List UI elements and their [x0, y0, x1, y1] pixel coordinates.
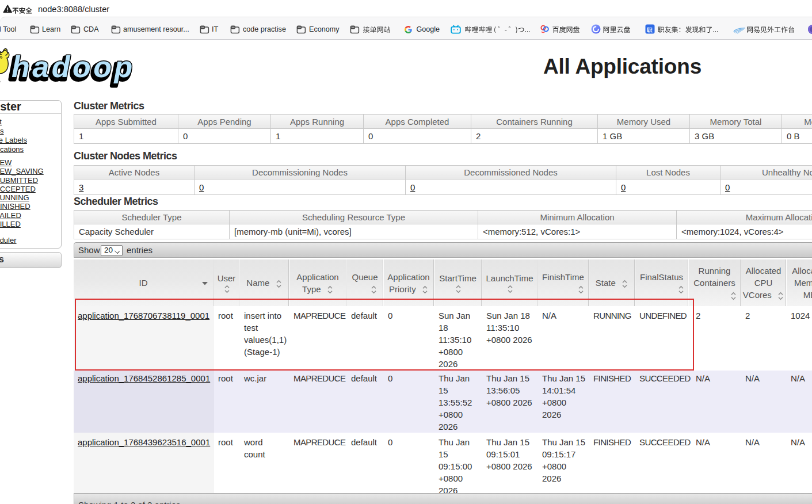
svg-text:hadoop: hadoop [12, 50, 135, 83]
